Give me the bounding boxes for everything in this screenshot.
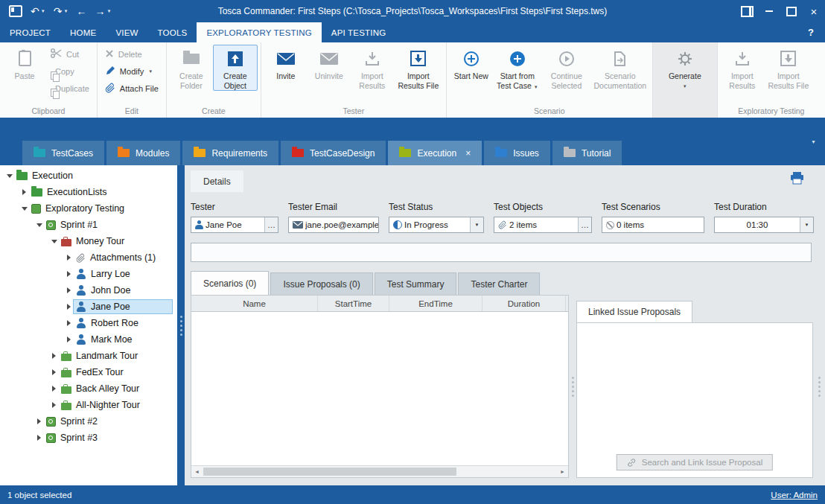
help-button[interactable]: ? <box>797 22 825 42</box>
tab-api-testing[interactable]: API TESTING <box>322 22 396 42</box>
scenarios-table-body[interactable] <box>191 312 568 465</box>
start-from-test-case-button[interactable]: Start from Test Case ▼ <box>493 45 542 90</box>
attach-file-button[interactable]: Attach File <box>101 80 163 96</box>
subtab-scenarios[interactable]: Scenarios (0) <box>191 271 269 295</box>
tab-project[interactable]: PROJECT <box>0 22 60 42</box>
modify-button[interactable]: Modify ▼ <box>101 63 163 79</box>
linked-issue-proposals-tab[interactable]: Linked Issue Proposals <box>576 301 692 322</box>
column-name[interactable]: Name <box>191 296 318 311</box>
scroll-right-icon[interactable]: ► <box>557 469 568 474</box>
subtab-tester-charter[interactable]: Tester Charter <box>458 272 540 295</box>
tree-item-money-tour[interactable]: Money Tour <box>0 233 177 249</box>
tree-item-all-nighter-tour[interactable]: All-Nighter Tour <box>0 397 177 413</box>
tree-item-sprint-2[interactable]: Sprint #2 <box>0 413 177 430</box>
tree-item-executionlists[interactable]: ExecutionLists <box>0 184 177 200</box>
expander-icon[interactable] <box>64 320 74 326</box>
create-object-button[interactable]: Create Object <box>213 45 258 91</box>
expander-icon[interactable] <box>64 271 74 277</box>
expander-icon[interactable] <box>64 304 74 310</box>
expander-icon[interactable] <box>34 418 44 424</box>
tree-item-execution[interactable]: Execution <box>0 168 177 184</box>
tree-item-jane-poe[interactable]: Jane Poe <box>0 299 177 315</box>
redo-button[interactable]: ↷▼ <box>51 0 71 22</box>
undo-button[interactable]: ↶▼ <box>28 0 48 22</box>
user-admin-link[interactable]: User: Admin <box>771 491 818 500</box>
copy-button[interactable]: Copy <box>46 63 94 79</box>
close-tab-icon[interactable]: × <box>465 148 471 159</box>
expander-icon[interactable] <box>34 223 44 227</box>
start-new-button[interactable]: Start New <box>450 45 493 81</box>
expander-icon[interactable] <box>4 174 14 178</box>
minimize-button[interactable] <box>758 0 780 22</box>
tree-item-sprint-3[interactable]: Sprint #3 <box>0 430 177 446</box>
generate-button[interactable]: Generate ▼ <box>656 45 714 89</box>
test-scenarios-field[interactable]: 0 items <box>602 217 704 233</box>
doc-tab-requirements[interactable]: Requirements <box>182 141 278 165</box>
doc-tab-testcases[interactable]: TestCases <box>22 141 104 165</box>
expander-icon[interactable] <box>64 336 74 342</box>
doc-tab-issues[interactable]: Issues <box>484 141 550 165</box>
search-and-link-issue-proposal-button[interactable]: Search and Link Issue Proposal <box>617 454 773 470</box>
details-notes-input[interactable] <box>191 243 812 262</box>
tree-item-attachments[interactable]: Attachments (1) <box>0 249 177 266</box>
redo-dropdown-icon[interactable]: ▼ <box>63 0 68 22</box>
navigate-back-button[interactable]: ← <box>73 0 89 22</box>
scrollbar-thumb[interactable] <box>203 468 456 476</box>
expander-icon[interactable] <box>64 287 74 293</box>
tree-item-landmark-tour[interactable]: Landmark Tour <box>0 348 177 364</box>
test-objects-browse-button[interactable]: … <box>578 217 591 232</box>
test-duration-select[interactable]: 01:30 ▼ <box>714 217 814 233</box>
start-from-test-case-dropdown-icon[interactable]: ▼ <box>534 85 538 89</box>
expander-icon[interactable] <box>19 189 29 195</box>
tester-field[interactable]: Jane Poe … <box>191 217 278 233</box>
tester-import-results-file-button[interactable]: Import Results File <box>394 45 443 90</box>
details-tab[interactable]: Details <box>191 170 243 192</box>
uninvite-button[interactable]: Uninvite <box>308 45 351 81</box>
linked-issue-proposals-body[interactable]: Search and Link Issue Proposal <box>576 322 813 478</box>
continue-selected-button[interactable]: Continue Selected <box>542 45 591 90</box>
paste-button[interactable]: Paste <box>3 45 46 81</box>
tree-splitter[interactable] <box>177 165 185 485</box>
column-endtime[interactable]: EndTime <box>389 296 482 311</box>
tab-tools[interactable]: TOOLS <box>148 22 197 42</box>
tester-import-results-button[interactable]: Import Results <box>351 45 394 90</box>
column-starttime[interactable]: StartTime <box>318 296 389 311</box>
tree-item-fedex-tour[interactable]: FedEx Tour <box>0 364 177 380</box>
horizontal-scrollbar[interactable]: ◄ ► <box>191 465 568 477</box>
tree-item-larry-loe[interactable]: Larry Loe <box>0 266 177 282</box>
test-duration-dropdown-icon[interactable]: ▼ <box>800 217 813 232</box>
undo-dropdown-icon[interactable]: ▼ <box>41 0 45 22</box>
column-duration[interactable]: Duration <box>482 296 566 311</box>
test-objects-field[interactable]: 2 items … <box>494 217 592 233</box>
expander-icon[interactable] <box>64 255 74 261</box>
test-status-dropdown-icon[interactable]: ▼ <box>470 217 483 232</box>
expander-icon[interactable] <box>49 240 59 243</box>
tree-item-mark-moe[interactable]: Mark Moe <box>0 331 177 348</box>
layout-panel-button[interactable] <box>736 0 758 22</box>
modify-dropdown-icon[interactable]: ▼ <box>148 69 153 74</box>
doc-tab-testcasedesign[interactable]: TestCaseDesign <box>281 141 386 165</box>
expander-icon[interactable] <box>49 402 59 408</box>
scroll-left-icon[interactable]: ◄ <box>191 469 203 474</box>
expander-icon[interactable] <box>49 353 59 359</box>
invite-button[interactable]: Invite <box>264 45 308 81</box>
maximize-button[interactable] <box>780 0 803 22</box>
doc-tab-modules[interactable]: Modules <box>106 141 180 165</box>
navigate-forward-button[interactable]: →▼ <box>92 0 114 22</box>
subtab-test-summary[interactable]: Test Summary <box>375 272 457 295</box>
close-button[interactable]: × <box>803 0 825 22</box>
tree-item-john-doe[interactable]: John Doe <box>0 282 177 299</box>
tester-email-field[interactable]: jane.poe@example.c <box>288 217 379 233</box>
table-splitter[interactable] <box>569 295 576 478</box>
tester-browse-button[interactable]: … <box>264 217 278 232</box>
create-folder-button[interactable]: Create Folder <box>170 45 213 90</box>
cut-button[interactable]: Cut <box>46 46 94 62</box>
tab-view[interactable]: VIEW <box>106 22 147 42</box>
tree-item-exploratory-testing[interactable]: Exploratory Testing <box>0 200 177 217</box>
tab-exploratory-testing[interactable]: EXPLORATORY TESTING <box>197 22 321 42</box>
tree-item-robert-roe[interactable]: Robert Roe <box>0 315 177 331</box>
generate-dropdown-icon[interactable]: ▼ <box>683 84 687 89</box>
et-import-results-file-button[interactable]: Import Results File <box>764 45 813 90</box>
tab-home[interactable]: HOME <box>60 22 106 42</box>
test-status-select[interactable]: In Progress ▼ <box>389 217 484 233</box>
